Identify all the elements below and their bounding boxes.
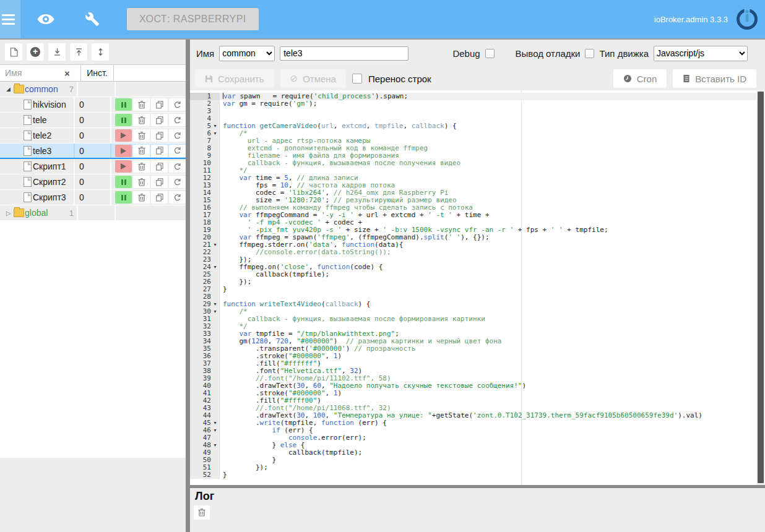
fold-marker-icon[interactable]: ▾ <box>211 419 220 427</box>
instance-cell: 0 <box>74 174 110 189</box>
host-button[interactable]: ХОСТ: RASPBERRYPI <box>127 8 259 30</box>
collapse-arrow-icon[interactable]: ◢ <box>6 86 14 92</box>
clear-filter-icon[interactable]: × <box>64 68 70 79</box>
delete-script-button[interactable] <box>133 160 150 173</box>
editor-scrollbar-thumb[interactable] <box>758 92 764 483</box>
copy-script-button[interactable] <box>151 176 168 188</box>
save-button[interactable]: Сохранить <box>195 69 274 88</box>
play-icon <box>121 148 126 154</box>
download-icon <box>53 48 61 56</box>
start-script-button[interactable] <box>115 160 132 173</box>
tree-script-tele2[interactable]: tele20 <box>0 128 186 144</box>
pause-script-button[interactable] <box>115 191 132 204</box>
new-folder-button[interactable]: + <box>27 43 44 61</box>
start-script-button[interactable] <box>115 145 132 157</box>
verbose-label: Вывод отладки <box>516 48 581 59</box>
script-name-input[interactable] <box>280 46 408 61</box>
gutter-cell <box>211 330 220 338</box>
restart-script-button[interactable] <box>169 191 186 204</box>
copy-script-button[interactable] <box>151 98 168 111</box>
restart-script-button[interactable] <box>169 98 186 111</box>
copy-script-button[interactable] <box>151 191 168 204</box>
expand-arrow-icon[interactable]: ▷ <box>6 210 14 217</box>
pause-script-button[interactable] <box>115 176 132 188</box>
tree-folder-global[interactable]: ▷global1 <box>0 205 186 221</box>
copy-script-button[interactable] <box>151 114 168 126</box>
copy-script-button[interactable] <box>151 145 168 157</box>
code-line[interactable]: 26 }); <box>190 278 765 286</box>
code-line[interactable]: 3 <box>190 108 765 115</box>
eye-icon <box>37 13 55 25</box>
tree-script-tele3[interactable]: tele30 <box>0 144 186 159</box>
gutter-cell <box>211 345 220 353</box>
view-button[interactable] <box>37 13 55 25</box>
code-line[interactable]: 29▾function writeText4Video(callback) { <box>190 301 765 308</box>
copy-icon <box>156 178 163 186</box>
tree-script-tele[interactable]: tele0 <box>0 113 186 128</box>
restart-script-button[interactable] <box>169 114 186 126</box>
group-select[interactable]: common <box>219 46 275 61</box>
cancel-button[interactable]: ⊘ Отмена <box>280 69 346 88</box>
fold-marker-icon[interactable]: ▾ <box>211 264 220 271</box>
name-filter-input[interactable] <box>4 67 63 79</box>
expand-collapse-button[interactable] <box>92 43 109 61</box>
pause-script-button[interactable] <box>115 114 132 126</box>
debug-checkbox[interactable] <box>485 49 495 58</box>
code-line[interactable]: 25 callback(tmpfile); <box>190 271 765 278</box>
restart-script-button[interactable] <box>169 176 186 188</box>
fold-marker-icon[interactable]: ▾ <box>211 241 220 249</box>
code-line[interactable]: 49 callback(tmpfile); <box>190 449 765 457</box>
delete-script-button[interactable] <box>133 145 150 157</box>
restart-icon <box>173 147 181 155</box>
code-line[interactable]: 51 }); <box>190 464 765 471</box>
settings-button[interactable] <box>85 12 100 27</box>
fold-marker-icon[interactable]: ▾ <box>211 308 220 315</box>
code-line[interactable]: 27} <box>190 286 765 293</box>
export-scripts-button[interactable] <box>48 43 66 61</box>
delete-script-button[interactable] <box>133 191 150 204</box>
wrap-lines-checkbox[interactable] <box>352 74 362 84</box>
code-line[interactable]: 50 } <box>190 457 765 464</box>
code-line[interactable]: 10 callback - функция, вызываемая после … <box>190 160 765 167</box>
delete-script-button[interactable] <box>133 176 150 188</box>
editor-scrollbar-track[interactable] <box>756 90 765 485</box>
delete-script-button[interactable] <box>133 98 150 111</box>
delete-script-button[interactable] <box>133 129 150 142</box>
code-line[interactable]: 52} <box>190 471 765 479</box>
pause-script-button[interactable] <box>115 98 132 111</box>
restart-script-button[interactable] <box>169 129 186 142</box>
code-line[interactable]: 22 //console.error(data.toString()); <box>190 249 765 256</box>
copy-script-button[interactable] <box>151 129 168 142</box>
insert-id-button[interactable]: Вставить ID <box>673 69 756 88</box>
name-label: Имя <box>196 48 214 59</box>
menu-button[interactable] <box>0 0 20 38</box>
delete-script-button[interactable] <box>133 114 150 126</box>
fold-marker-icon[interactable]: ▾ <box>211 122 220 130</box>
fold-marker-icon[interactable]: ▾ <box>211 301 220 308</box>
clear-log-button[interactable] <box>194 505 210 520</box>
code-line[interactable]: 31 callback - функция, вызываемая после … <box>190 315 765 323</box>
tree-script-hikvision[interactable]: hikvision0 <box>0 97 186 113</box>
fold-marker-icon[interactable]: ▾ <box>211 130 220 137</box>
restart-script-button[interactable] <box>169 145 186 157</box>
tree-folder-common[interactable]: ◢common7 <box>0 82 186 97</box>
code-line[interactable]: 2var gm = require('gm'); <box>190 100 765 108</box>
code-editor[interactable]: 1var spawn = require('child_process').sp… <box>190 90 765 485</box>
tree-script-Скрипт2[interactable]: Скрипт20 <box>0 174 186 190</box>
tree-script-Скрипт1[interactable]: Скрипт10 <box>0 159 186 174</box>
copy-script-button[interactable] <box>151 160 168 173</box>
fold-marker-icon[interactable]: ▾ <box>211 442 220 449</box>
fold-marker-icon[interactable]: ▾ <box>211 427 220 434</box>
restart-script-button[interactable] <box>169 160 186 173</box>
code-line[interactable]: 5▾function getCameraVideo(url, extcmd, t… <box>190 122 765 130</box>
instance-cell: 0 <box>74 144 110 158</box>
upload-icon <box>75 48 83 56</box>
new-script-button[interactable] <box>5 43 22 61</box>
import-scripts-button[interactable] <box>70 43 87 61</box>
vertical-splitter[interactable] <box>186 40 190 532</box>
start-script-button[interactable] <box>115 129 132 142</box>
engine-select[interactable]: Javascript/js <box>654 46 748 61</box>
verbose-checkbox[interactable] <box>585 49 594 58</box>
tree-script-Скрипт3[interactable]: Скрипт30 <box>0 190 186 205</box>
cron-button[interactable]: Cron <box>613 69 667 88</box>
